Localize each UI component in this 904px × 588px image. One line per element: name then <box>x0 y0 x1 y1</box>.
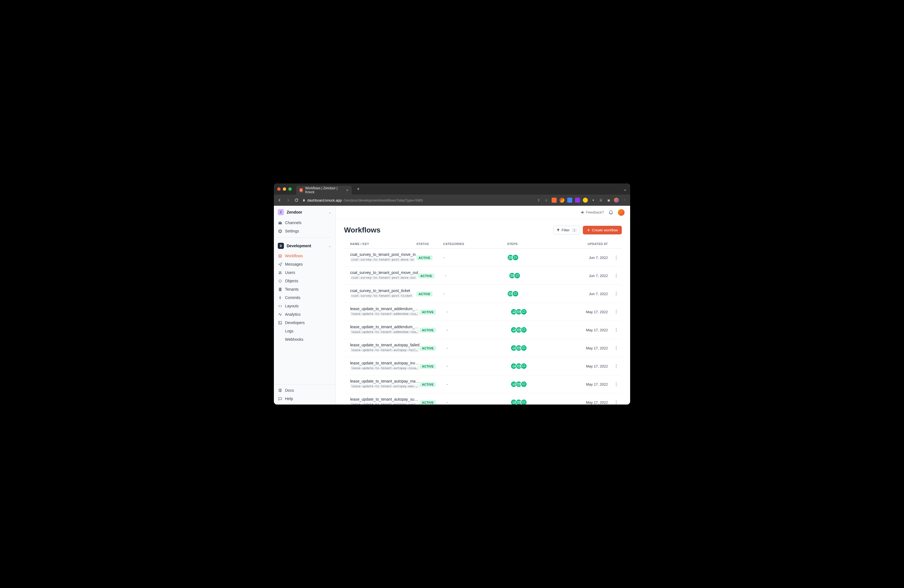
list-icon[interactable]: ☰ <box>598 198 604 203</box>
sidebar-item-settings[interactable]: Settings <box>274 227 335 235</box>
profile-avatar[interactable] <box>614 198 619 203</box>
table-row[interactable]: lease_update_to_tenant_autopay_invalid_p… <box>344 357 622 375</box>
new-tab-button[interactable]: + <box>357 186 360 192</box>
close-window-button[interactable] <box>277 187 281 191</box>
chevron-down-icon[interactable]: ⌄ <box>623 187 627 192</box>
table-row[interactable]: lease_update_to_tenant_autopay_max_amoun… <box>344 375 622 394</box>
row-menu-button[interactable] <box>611 400 622 405</box>
building-icon <box>278 287 282 291</box>
minimize-window-button[interactable] <box>283 187 286 191</box>
divider <box>278 237 332 238</box>
chevron-down-icon: ⌄ <box>328 210 332 214</box>
sidebar-item-channels[interactable]: Channels <box>274 218 335 227</box>
url-field[interactable]: dashboard.knock.app/zendoor/development/… <box>302 198 533 202</box>
briefcase-icon <box>278 220 282 225</box>
table-row[interactable]: lease_update_to_tenant_autopay_successfu… <box>344 394 622 405</box>
workflow-name: lease_update_to_tenant_autopay_successfu… <box>350 397 420 401</box>
kebab-menu-icon[interactable]: ⋮ <box>622 198 627 203</box>
workflow-name: lease_update_to_tenant_addendum_ready_fo… <box>350 325 420 329</box>
categories-value: - <box>446 327 448 332</box>
extension-2[interactable] <box>559 198 564 203</box>
table-row[interactable]: lease_update_to_tenant_autopay_failed le… <box>344 339 622 357</box>
sidebar-item-tenants[interactable]: Tenants <box>274 285 335 294</box>
filter-button[interactable]: Filter 1 <box>553 226 580 234</box>
status-badge: ACTIVE <box>420 364 436 369</box>
maximize-window-button[interactable] <box>288 187 292 191</box>
sidebar-item-workflows[interactable]: Workflows <box>274 252 335 260</box>
sidebar-item-layouts[interactable]: Layouts <box>274 302 335 310</box>
circle-icon <box>278 279 282 283</box>
reload-button[interactable] <box>294 198 299 203</box>
forward-button[interactable] <box>286 198 291 203</box>
categories-value: - <box>443 255 444 260</box>
sidebar-item-commits[interactable]: Commits <box>274 294 335 302</box>
row-menu-button[interactable] <box>611 382 622 386</box>
row-menu-button[interactable] <box>611 255 622 260</box>
workflow-key: csat-survey-to-tenant-post-move-out <box>350 276 417 280</box>
browser-tabstrip: K Workflows | Zendoor | Knock × + ⌄ <box>274 183 630 194</box>
sidebar-item-messages[interactable]: Messages <box>274 260 335 269</box>
sidebar-item-label: Settings <box>285 229 299 233</box>
url-domain: dashboard.knock.app <box>307 198 342 202</box>
notifications-button[interactable] <box>608 210 613 215</box>
categories-value: - <box>446 382 448 386</box>
sidebar-item-logs[interactable]: Logs <box>274 327 335 335</box>
step-icons <box>510 399 577 405</box>
sidebar-item-label: Workflows <box>285 254 303 258</box>
user-avatar[interactable] <box>618 209 624 216</box>
sidebar-item-webhooks[interactable]: Webhooks <box>274 335 335 343</box>
extension-3[interactable] <box>567 198 572 203</box>
puzzle-icon[interactable]: ✦ <box>591 198 596 203</box>
row-menu-button[interactable] <box>611 364 622 368</box>
gear-icon <box>278 229 282 233</box>
browser-window: K Workflows | Zendoor | Knock × + ⌄ dash… <box>274 183 630 405</box>
create-workflow-button[interactable]: Create workflow <box>583 226 622 234</box>
code-icon <box>278 304 282 308</box>
row-menu-button[interactable] <box>611 273 622 278</box>
workflow-name: lease_update_to_tenant_autopay_failed <box>350 343 420 347</box>
table-row[interactable]: csat_survey_to_tenant_post_ticket csat-s… <box>344 285 622 303</box>
sidebar-item-users[interactable]: Users <box>274 269 335 277</box>
extension-1[interactable] <box>552 198 557 203</box>
row-menu-button[interactable] <box>611 291 622 296</box>
org-switcher[interactable]: Z Zendoor ⌄ <box>274 206 335 218</box>
sidebar-item-label: Layouts <box>285 304 299 308</box>
sidebar-item-docs[interactable]: Docs <box>274 386 335 395</box>
sidebar-item-developers[interactable]: Developers <box>274 318 335 327</box>
table-row[interactable]: csat_survey_to_tenant_post_move_out csat… <box>344 267 622 285</box>
send-icon <box>278 262 282 266</box>
extension-5[interactable] <box>583 198 588 203</box>
row-menu-button[interactable] <box>611 310 622 314</box>
table-row[interactable]: lease_update_to_tenant_addendum_counters… <box>344 303 622 321</box>
browser-tab[interactable]: K Workflows | Zendoor | Knock × <box>296 186 352 194</box>
star-icon[interactable]: ☆ <box>544 198 549 203</box>
layers-icon <box>278 254 282 258</box>
lock-icon <box>302 199 306 202</box>
back-button[interactable] <box>277 198 282 203</box>
env-switcher[interactable]: D Development ⌄ <box>274 240 335 252</box>
sms-step-icon <box>520 308 527 315</box>
panel-icon[interactable]: ▣ <box>606 198 611 203</box>
sidebar-item-objects[interactable]: Objects <box>274 277 335 285</box>
row-menu-button[interactable] <box>611 328 622 332</box>
workflow-key: csat-survey-to-tenant-post-move-in <box>350 258 415 262</box>
tab-favicon: K <box>299 188 303 192</box>
sidebar-item-label: Logs <box>285 329 293 333</box>
env-name: Development <box>287 243 326 248</box>
status-badge: ACTIVE <box>420 382 436 387</box>
sidebar-item-label: Channels <box>285 220 302 225</box>
close-tab-icon[interactable]: × <box>346 188 348 192</box>
categories-value: - <box>446 400 448 405</box>
workflow-name: lease_update_to_tenant_addendum_counters… <box>350 307 420 311</box>
row-menu-button[interactable] <box>611 346 622 350</box>
sidebar-item-help[interactable]: Help <box>274 395 335 403</box>
sidebar-item-analytics[interactable]: Analytics <box>274 310 335 318</box>
extension-4[interactable] <box>575 198 580 203</box>
table-row[interactable]: csat_survey_to_tenant_post_move_in csat-… <box>344 249 622 267</box>
create-label: Create workflow <box>592 228 618 232</box>
step-icons <box>510 381 577 387</box>
share-icon[interactable]: ⇪ <box>536 198 541 203</box>
table-row[interactable]: lease_update_to_tenant_addendum_ready_fo… <box>344 321 622 339</box>
feedback-link[interactable]: Feedback? <box>581 210 604 214</box>
commit-icon <box>278 296 282 300</box>
